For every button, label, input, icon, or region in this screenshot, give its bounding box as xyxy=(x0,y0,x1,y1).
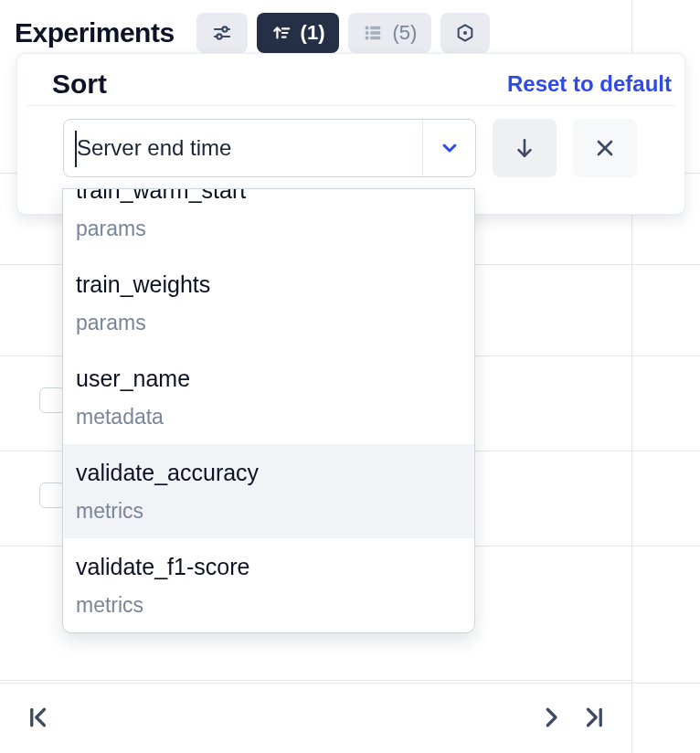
pagination-left xyxy=(24,704,51,731)
hexagon-icon xyxy=(455,23,475,43)
last-page-button[interactable] xyxy=(581,704,609,731)
sort-count: (1) xyxy=(301,21,325,45)
option-label: validate_f1-score xyxy=(76,554,461,580)
sort-field-dropdown: train_warm_start params train_weights pa… xyxy=(62,188,475,633)
group-count: (5) xyxy=(392,21,417,45)
option-label: train_warm_start xyxy=(76,188,461,204)
sort-field-combobox[interactable] xyxy=(63,119,476,177)
toolbar-sliders-button[interactable] xyxy=(196,13,248,53)
first-page-icon xyxy=(24,704,51,731)
reset-to-default-link[interactable]: Reset to default xyxy=(507,71,672,97)
svg-rect-9 xyxy=(366,31,369,35)
option-train-weights[interactable]: train_weights params xyxy=(63,256,474,350)
svg-rect-8 xyxy=(371,27,381,30)
svg-rect-10 xyxy=(371,31,381,35)
option-validate-f1-score[interactable]: validate_f1-score metrics xyxy=(63,538,474,632)
sliders-icon xyxy=(211,22,233,44)
svg-rect-11 xyxy=(366,37,369,40)
option-train-warm-start[interactable]: train_warm_start params xyxy=(63,188,474,256)
option-validate-accuracy[interactable]: validate_accuracy metrics xyxy=(63,444,474,538)
sort-icon xyxy=(271,23,292,43)
svg-point-13 xyxy=(463,31,467,35)
chevron-down-icon xyxy=(439,137,461,159)
next-page-button[interactable] xyxy=(537,704,565,731)
toolbar-columns-button[interactable] xyxy=(440,13,490,53)
sort-direction-button[interactable] xyxy=(493,119,557,177)
toolbar: (1) (5) xyxy=(196,13,491,53)
remove-sort-button[interactable] xyxy=(573,119,637,177)
toolbar-group-button[interactable]: (5) xyxy=(348,13,431,53)
option-category: params xyxy=(76,311,461,335)
sort-controls-row xyxy=(36,119,666,177)
sort-field-input[interactable] xyxy=(77,120,422,176)
option-label: user_name xyxy=(76,366,461,392)
toolbar-sort-button[interactable]: (1) xyxy=(257,13,340,53)
svg-point-3 xyxy=(217,34,221,38)
option-category: metadata xyxy=(76,405,461,430)
first-page-button[interactable] xyxy=(24,704,51,731)
chevron-right-icon xyxy=(537,704,565,731)
sort-title: Sort xyxy=(52,69,107,100)
combobox-toggle[interactable] xyxy=(422,120,475,176)
svg-rect-7 xyxy=(366,27,369,30)
svg-point-1 xyxy=(222,27,227,31)
option-category: metrics xyxy=(76,499,461,524)
option-category: metrics xyxy=(76,593,461,618)
text-cursor xyxy=(75,131,77,167)
arrow-down-icon xyxy=(513,136,536,160)
close-icon xyxy=(594,137,616,159)
option-user-name[interactable]: user_name metadata xyxy=(63,350,474,444)
option-label: train_weights xyxy=(76,271,461,298)
sort-panel-header: Sort Reset to default xyxy=(27,63,675,106)
pagination-right xyxy=(537,704,609,731)
last-page-icon xyxy=(581,704,609,731)
page-title: Experiments xyxy=(15,17,175,48)
option-label: validate_accuracy xyxy=(76,460,461,486)
group-icon xyxy=(363,23,383,43)
pagination xyxy=(0,680,632,753)
option-category: params xyxy=(76,217,461,241)
svg-rect-12 xyxy=(371,37,381,40)
